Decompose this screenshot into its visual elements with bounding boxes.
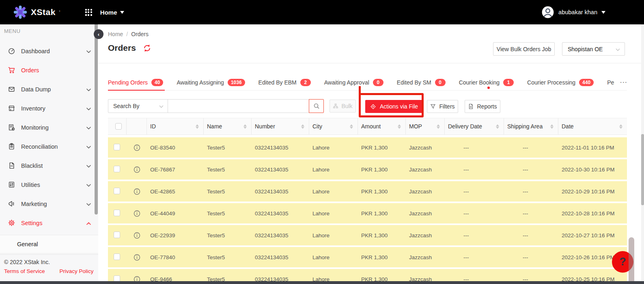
cell-delivery-date: --- [445,232,504,238]
brand[interactable]: XStak' [13,5,60,19]
cell-delivery-date: --- [445,254,504,260]
more-tabs-button[interactable]: ... [620,77,628,84]
column-header-amount[interactable]: Amount [358,118,406,134]
sidebar-item-label: Reconciliation [21,143,58,150]
sort-carets-icon[interactable] [301,124,304,129]
table-body: OE-83540 Tester5 03224134035 Lahore PKR … [108,137,627,284]
terms-of-service-link[interactable]: Terms of Service [4,268,45,274]
chevron-down-icon [616,46,620,52]
row-checkbox[interactable] [114,210,120,216]
sidebar-subitem-general[interactable]: General [0,235,98,254]
chevron-down-icon [86,143,91,150]
sort-carets-icon[interactable] [350,124,353,129]
info-icon[interactable] [134,144,140,151]
select-all-header [108,118,127,134]
actions-via-file-label: Actions via File [380,103,418,110]
table-row: OE-77840 Tester5 03224134035 Lahore PKR … [108,247,627,267]
sort-carets-icon[interactable] [398,124,401,129]
sort-carets-icon[interactable] [243,124,247,129]
column-header-date[interactable]: Date [558,118,627,134]
tab-edited-by-sm[interactable]: Edited By SM 0 [397,74,446,91]
reports-button[interactable]: Reports [465,100,500,113]
horizontal-scrollbar[interactable] [0,281,644,284]
column-label: Shipping Area [507,123,543,130]
filters-button[interactable]: Filters [427,100,458,113]
collapse-sidebar-button[interactable]: ‹ [94,29,103,39]
cell-name: Tester5 [204,210,252,217]
column-header-shipping-area[interactable]: Shipping Area [504,118,558,134]
sidebar-item-inventory[interactable]: Inventory [0,99,98,118]
report-file-icon [468,104,474,109]
sort-carets-icon[interactable] [550,124,554,129]
actions-via-file-button[interactable]: Actions via File [365,100,423,113]
sort-carets-icon[interactable] [196,124,199,129]
info-icon[interactable] [134,188,140,195]
select-all-checkbox[interactable] [115,123,122,130]
cell-id: OE-44049 [147,210,204,217]
cell-number: 03224134035 [252,254,309,260]
row-checkbox[interactable] [114,232,120,238]
info-icon[interactable] [134,254,140,261]
apps-grid-icon[interactable] [85,9,92,16]
column-header-delivery-date[interactable]: Delivery Date [445,118,504,134]
window-scrollbar-thumb[interactable] [641,134,644,205]
sidebar-item-reconciliation[interactable]: Reconciliation [0,137,98,156]
row-checkbox[interactable] [114,254,120,260]
row-checkbox[interactable] [114,188,120,194]
column-header-id[interactable]: ID [147,118,204,134]
column-header-city[interactable]: City [309,118,358,134]
column-label: Delivery Date [448,123,482,130]
sidebar-item-marketing[interactable]: Marketing [0,194,98,213]
sidebar-item-orders[interactable]: Orders [0,61,98,80]
column-header-name[interactable]: Name [204,118,252,134]
sidebar-item-blacklist[interactable]: Blacklist [0,156,98,175]
overlay-scrollbar-thumb[interactable] [629,237,634,284]
tab-edited-by-ebm[interactable]: Edited By EBM 2 [258,74,311,91]
cell-id: OE-76867 [147,167,204,173]
sort-carets-icon[interactable] [437,124,440,129]
search-by-select[interactable]: Search By [108,99,168,113]
table-row: OE-22939 Tester5 03224134035 Lahore PKR … [108,225,627,245]
sidebar-item-utilities[interactable]: Utilities [0,175,98,194]
search-input[interactable] [168,99,309,113]
breadcrumb-home-link[interactable]: Home [108,31,123,37]
storefront-icon [8,105,15,112]
view-bulk-orders-job-button[interactable]: View Bulk Orders Job [493,42,555,56]
chevron-down-icon [86,163,91,169]
tab-pending-dispatch[interactable]: Pending Dispatch 351 [607,74,614,91]
megaphone-icon [8,200,15,207]
sidebar-item-data-dump[interactable]: Data Dump [0,80,98,99]
cell-amount: PKR 1,300 [358,189,406,195]
info-icon[interactable] [134,166,140,173]
tab-courier-booking[interactable]: Courier Booking 1 [459,74,514,91]
sidebar-item-dashboard[interactable]: Dashboard [0,41,98,61]
tab-awaiting-assigning[interactable]: Awaiting Assigning 1036 [177,74,245,91]
cell-date: 2022-11-01 10:16 PM [558,145,627,151]
info-icon[interactable] [134,232,140,239]
bulk-button[interactable]: Bulk [330,100,356,113]
sidebar-item-settings[interactable]: Settings [0,213,98,232]
sort-carets-icon[interactable] [619,124,622,129]
user-menu[interactable]: abubakar khan [541,6,605,19]
sort-carets-icon[interactable] [496,124,499,129]
search-button[interactable] [309,99,324,113]
cell-name: Tester5 [204,189,252,195]
store-select[interactable]: Shopistan OE [562,42,625,56]
column-header-mop[interactable]: MOP [406,118,445,134]
row-checkbox[interactable] [114,144,120,150]
row-checkbox[interactable] [114,166,120,172]
refresh-icon[interactable] [143,44,151,52]
tab-pending-orders[interactable]: Pending Orders 40 [108,74,163,91]
nav-home-menu[interactable]: Home [100,9,125,16]
brand-trademark: ' [59,10,60,15]
sidebar-menu-label: MENU [4,28,20,34]
sidebar-scrollbar-thumb[interactable] [95,18,98,215]
chevron-down-icon [86,105,91,112]
column-header-number[interactable]: Number [252,118,309,134]
privacy-policy-link[interactable]: Privacy Policy [60,268,94,274]
tab-label: Pending Dispatch [607,79,614,86]
info-icon[interactable] [134,210,140,217]
sidebar-item-monitoring[interactable]: Monitoring [0,118,98,137]
tab-awaiting-approval[interactable]: Awaiting Approval 0 [324,74,383,91]
tab-courier-processing[interactable]: Courier Processing 440 [527,74,594,91]
